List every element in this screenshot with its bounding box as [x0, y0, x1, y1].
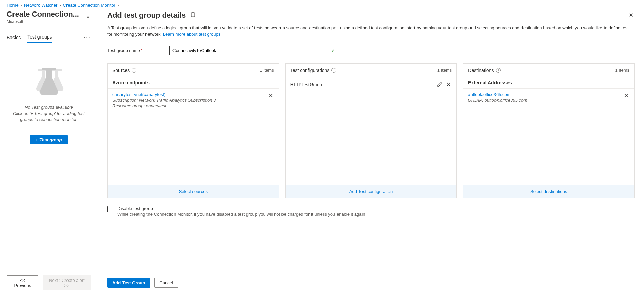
page-title: Create Connection...: [7, 10, 79, 19]
panel-description: A Test group lets you define a logical g…: [98, 22, 644, 38]
select-sources-button[interactable]: Select sources: [108, 185, 279, 198]
destination-item-meta: URL/IP: outlook.office365.com: [468, 98, 527, 103]
destinations-card: Destinations i 1 Items External Addresse…: [463, 63, 635, 198]
page-subtitle: Microsoft: [7, 19, 79, 24]
source-item-resource-group: Resource group: canarytest: [112, 103, 216, 108]
tab-test-groups[interactable]: Test groups: [27, 32, 52, 43]
sources-count: 1 Items: [260, 68, 274, 73]
source-item-link[interactable]: canarytest-vnet(canarytest): [112, 92, 216, 97]
add-test-configuration-button[interactable]: Add Test configuration: [286, 185, 457, 198]
breadcrumb: Home › Network Watcher › Create Connecti…: [0, 0, 644, 9]
breadcrumb-home[interactable]: Home: [7, 3, 19, 8]
pin-icon[interactable]: [190, 12, 196, 18]
sources-card-title: Sources: [112, 68, 130, 73]
tab-basics[interactable]: Basics: [7, 33, 21, 42]
chevron-right-icon: ›: [59, 3, 61, 8]
add-test-group-submit-button[interactable]: Add Test Group: [107, 278, 150, 288]
info-icon[interactable]: i: [331, 68, 336, 73]
disable-test-group-label: Disable test group: [117, 206, 365, 211]
disable-test-group-checkbox[interactable]: [107, 206, 113, 212]
main-panel: Add test group details ✕ A Test group le…: [98, 9, 644, 289]
chevron-right-icon: ›: [21, 3, 22, 8]
breadcrumb-network-watcher[interactable]: Network Watcher: [24, 3, 57, 8]
cancel-button[interactable]: Cancel: [154, 278, 178, 288]
next-create-alert-button[interactable]: Next : Create alert >>: [43, 275, 91, 290]
info-icon[interactable]: i: [132, 68, 136, 73]
svg-rect-0: [191, 13, 195, 17]
test-configurations-card-title: Test configurations: [290, 68, 330, 73]
empty-state-desc: Click on '+ Test group' for adding test …: [8, 111, 89, 122]
breadcrumb-create-connection-monitor[interactable]: Create Connection Monitor: [63, 3, 115, 8]
panel-title: Add test group details: [107, 11, 186, 20]
source-item: canarytest-vnet(canarytest) Subscription…: [108, 89, 279, 112]
destinations-section-header: External Addresses: [463, 77, 634, 89]
remove-source-icon[interactable]: ✕: [268, 92, 274, 99]
previous-button[interactable]: << Previous: [7, 275, 38, 290]
tab-more-icon[interactable]: ···: [84, 34, 91, 41]
remove-test-config-icon[interactable]: ✕: [445, 81, 452, 88]
close-icon[interactable]: ✕: [627, 10, 635, 20]
destination-item: outlook.office365.com URL/IP: outlook.of…: [463, 89, 634, 106]
test-config-item: HTTPTestGroup ✕: [286, 77, 457, 92]
test-configurations-card: Test configurations i 1 Items HTTPTestGr…: [285, 63, 457, 198]
edit-test-config-icon[interactable]: [436, 81, 443, 89]
add-test-group-button[interactable]: + Test group: [30, 135, 68, 144]
tabs: Basics Test groups ···: [7, 32, 91, 43]
bottom-bar: << Previous Next : Create alert >> Add T…: [0, 273, 644, 292]
sources-card: Sources i 1 Items Azure endpoints canary…: [107, 63, 279, 198]
left-panel: Create Connection... Microsoft « Basics …: [0, 9, 98, 289]
learn-more-link[interactable]: Learn more about test groups: [163, 32, 221, 37]
source-item-subscription: Subscription: Network Traffic Analytics …: [112, 98, 216, 103]
test-configurations-count: 1 Items: [437, 68, 452, 73]
destinations-card-title: Destinations: [468, 68, 494, 73]
empty-state-title: No Test groups available: [25, 105, 73, 110]
destination-item-link[interactable]: outlook.office365.com: [468, 92, 527, 97]
disable-test-group-desc: While creating the Connection Monitor, i…: [117, 212, 365, 217]
destinations-count: 1 Items: [615, 68, 629, 73]
check-icon: ✓: [331, 48, 336, 53]
test-config-name: HTTPTestGroup: [290, 82, 322, 87]
test-group-name-label: Test group name*: [107, 48, 165, 53]
remove-destination-icon[interactable]: ✕: [623, 92, 629, 99]
collapse-panel-icon[interactable]: «: [86, 13, 91, 21]
chevron-right-icon: ›: [117, 3, 119, 8]
sources-section-header: Azure endpoints: [108, 77, 279, 89]
info-icon[interactable]: i: [496, 68, 501, 73]
flask-icon: [32, 66, 66, 97]
select-destinations-button[interactable]: Select destinations: [463, 185, 634, 198]
test-group-name-input[interactable]: [169, 46, 338, 55]
